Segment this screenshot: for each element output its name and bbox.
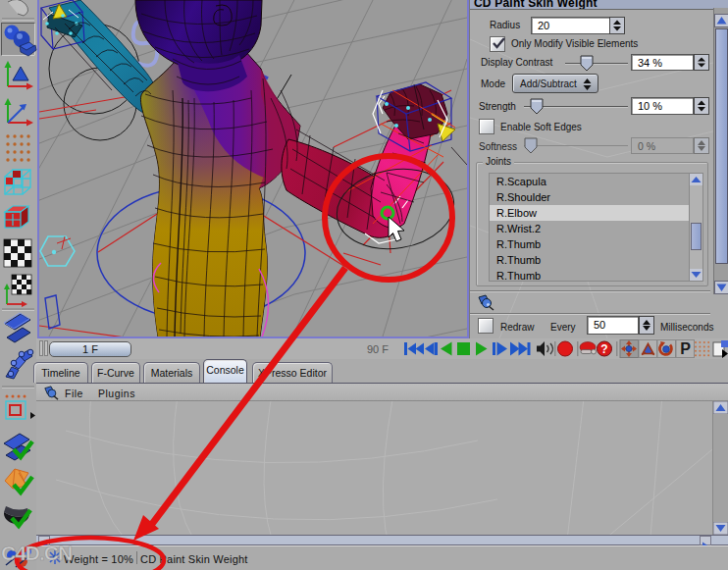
svg-text:?: ? [600, 342, 607, 356]
svg-text:P: P [680, 340, 691, 357]
